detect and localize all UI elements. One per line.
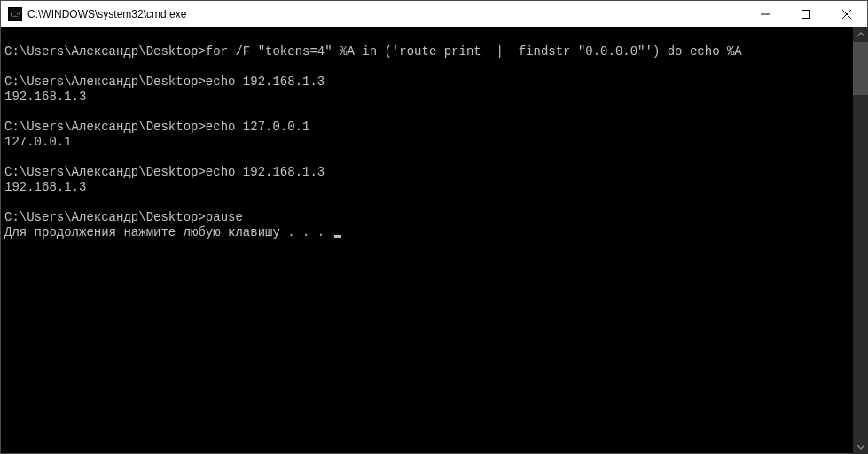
maximize-button[interactable]	[786, 1, 826, 27]
close-icon	[842, 10, 851, 19]
terminal-line: C:\Users\Александр\Desktop>echo 127.0.0.…	[4, 120, 864, 135]
terminal-line: C:\Users\Александр\Desktop>echo 192.168.…	[4, 74, 864, 90]
terminal-line: C:\Users\Александр\Desktop>pause	[4, 210, 864, 225]
scrollbar-thumb[interactable]	[853, 42, 868, 95]
terminal-line	[4, 150, 864, 165]
terminal-line: Для продолжения нажмите любую клавишу . …	[4, 225, 864, 240]
terminal-cursor	[334, 235, 341, 238]
window-controls	[745, 1, 867, 27]
maximize-icon	[802, 10, 810, 19]
window-title: C:\WINDOWS\system32\cmd.exe	[27, 8, 745, 20]
scrollbar-down-button[interactable]	[853, 439, 868, 454]
minimize-icon	[761, 10, 770, 19]
terminal-area[interactable]: C:\Users\Александр\Desktop>for /F "token…	[1, 27, 867, 453]
vertical-scrollbar[interactable]	[853, 27, 868, 454]
minimize-button[interactable]	[745, 1, 786, 27]
close-button[interactable]	[826, 1, 867, 27]
chevron-down-icon	[857, 443, 864, 450]
svg-rect-4	[802, 10, 810, 18]
terminal-line: 192.168.1.3	[4, 90, 864, 105]
cmd-icon: C:\	[8, 7, 22, 21]
svg-text:C:\: C:\	[11, 10, 21, 19]
cmd-window: C:\ C:\WINDOWS\system32\cmd.exe	[0, 0, 868, 454]
terminal-line: 127.0.0.1	[4, 135, 864, 150]
terminal-line	[4, 105, 864, 120]
terminal-line	[4, 195, 864, 210]
terminal-line: C:\Users\Александр\Desktop>for /F "token…	[4, 44, 864, 59]
terminal-line: C:\Users\Александр\Desktop>echo 192.168.…	[4, 165, 864, 180]
titlebar[interactable]: C:\ C:\WINDOWS\system32\cmd.exe	[1, 1, 867, 27]
scrollbar-up-button[interactable]	[853, 27, 868, 42]
terminal-line: 192.168.1.3	[4, 180, 864, 195]
terminal-line	[4, 59, 864, 74]
chevron-up-icon	[857, 31, 864, 38]
terminal-line	[4, 29, 864, 44]
